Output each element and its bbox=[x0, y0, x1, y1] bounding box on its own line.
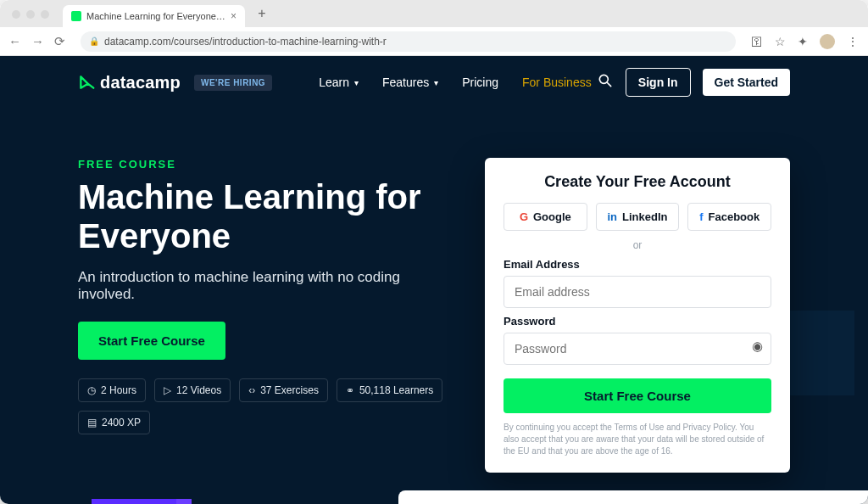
address-bar-row: ← → ⟳ 🔒 datacamp.com/courses/introductio… bbox=[0, 27, 868, 56]
stat-videos: ▷12 Videos bbox=[154, 378, 231, 402]
oauth-google-button[interactable]: GGoogle bbox=[504, 203, 587, 231]
stat-xp-value: 2400 XP bbox=[102, 417, 141, 428]
white-strip bbox=[398, 490, 868, 504]
oauth-google-label: Google bbox=[533, 210, 571, 223]
or-divider: or bbox=[504, 239, 771, 251]
legal-text: By continuing you accept the Terms of Us… bbox=[504, 422, 771, 457]
hero-left: FREE COURSE Machine Learning for Everyon… bbox=[78, 158, 451, 473]
nav-features-label: Features bbox=[382, 76, 429, 89]
nav-for-business[interactable]: For Business bbox=[522, 76, 592, 89]
decorative-square bbox=[787, 311, 854, 395]
url-text: datacamp.com/courses/introduction-to-mac… bbox=[104, 36, 387, 48]
code-icon: ‹› bbox=[248, 384, 255, 396]
course-stats: ◷2 Hours ▷12 Videos ‹›37 Exercises ⚭50,1… bbox=[78, 378, 451, 434]
sign-in-button[interactable]: Sign In bbox=[626, 68, 691, 97]
signup-card: Create Your Free Account GGoogle inLinke… bbox=[485, 158, 790, 473]
logo-mark-icon bbox=[78, 74, 95, 91]
oauth-linkedin-label: LinkedIn bbox=[622, 210, 667, 223]
browser-tab[interactable]: Machine Learning for Everyone… × bbox=[63, 5, 245, 27]
hiring-badge[interactable]: WE'RE HIRING bbox=[194, 75, 272, 91]
google-icon: G bbox=[520, 210, 528, 223]
stat-exercises: ‹›37 Exercises bbox=[239, 378, 328, 402]
course-subtitle: An introduction to machine learning with… bbox=[78, 269, 434, 303]
back-icon[interactable]: ← bbox=[8, 34, 21, 48]
oauth-linkedin-button[interactable]: inLinkedIn bbox=[596, 203, 680, 231]
nav-pricing-label: Pricing bbox=[462, 76, 498, 89]
bookmark-star-icon[interactable]: ☆ bbox=[775, 35, 786, 48]
password-label: Password bbox=[504, 315, 771, 328]
svg-point-0 bbox=[599, 75, 608, 83]
stat-hours: ◷2 Hours bbox=[78, 378, 146, 402]
progress-segment bbox=[92, 499, 176, 504]
svg-line-1 bbox=[607, 82, 610, 86]
course-tag: FREE COURSE bbox=[78, 158, 451, 171]
email-label: Email Address bbox=[504, 258, 771, 271]
chevron-down-icon: ▾ bbox=[354, 78, 359, 87]
stat-videos-value: 12 Videos bbox=[176, 384, 221, 396]
close-window-icon[interactable] bbox=[12, 10, 20, 19]
stat-exercises-value: 37 Exercises bbox=[260, 384, 319, 396]
oauth-facebook-button[interactable]: fFacebook bbox=[687, 203, 771, 231]
extensions-icon[interactable]: ✦ bbox=[798, 35, 808, 48]
course-title: Machine Learning for Everyone bbox=[78, 177, 451, 255]
favicon-icon bbox=[71, 11, 81, 21]
stat-learners-value: 50,118 Learners bbox=[359, 384, 433, 396]
nav-learn[interactable]: Learn▾ bbox=[319, 76, 359, 89]
signup-title: Create Your Free Account bbox=[504, 173, 771, 191]
stat-hours-value: 2 Hours bbox=[101, 384, 136, 396]
reload-icon[interactable]: ⟳ bbox=[54, 34, 65, 49]
facebook-icon: f bbox=[699, 210, 703, 223]
chevron-down-icon: ▾ bbox=[434, 78, 438, 87]
forward-icon[interactable]: → bbox=[31, 34, 44, 48]
key-icon[interactable]: ⚿ bbox=[751, 35, 763, 48]
clock-icon: ◷ bbox=[87, 384, 96, 396]
oauth-facebook-label: Facebook bbox=[709, 210, 760, 223]
start-free-course-button[interactable]: Start Free Course bbox=[78, 322, 225, 360]
maximize-window-icon[interactable] bbox=[41, 10, 49, 19]
search-icon[interactable] bbox=[597, 72, 614, 93]
tab-title: Machine Learning for Everyone… bbox=[86, 11, 225, 21]
stat-learners: ⚭50,118 Learners bbox=[337, 378, 442, 402]
kebab-menu-icon[interactable]: ⋮ bbox=[847, 35, 860, 48]
xp-icon: ▤ bbox=[87, 417, 97, 428]
get-started-button[interactable]: Get Started bbox=[703, 69, 790, 96]
browser-tab-strip: Machine Learning for Everyone… × + bbox=[0, 0, 868, 27]
site-header: datacamp WE'RE HIRING Learn▾ Features▾ P… bbox=[0, 56, 868, 109]
traffic-lights bbox=[12, 10, 49, 19]
people-icon: ⚭ bbox=[346, 384, 354, 396]
minimize-window-icon[interactable] bbox=[26, 10, 35, 19]
linkedin-icon: in bbox=[608, 210, 618, 223]
lock-icon: 🔒 bbox=[89, 36, 99, 46]
progress-segment-2 bbox=[176, 499, 192, 504]
brand-logo[interactable]: datacamp WE'RE HIRING bbox=[78, 73, 272, 92]
nav-pricing[interactable]: Pricing bbox=[462, 76, 498, 89]
main-nav: Learn▾ Features▾ Pricing For Business bbox=[319, 76, 592, 89]
toggle-password-visibility-icon[interactable]: ◉ bbox=[752, 339, 763, 354]
email-field[interactable] bbox=[504, 276, 771, 308]
brand-name: datacamp bbox=[100, 73, 181, 92]
new-tab-button[interactable]: + bbox=[252, 6, 272, 21]
nav-features[interactable]: Features▾ bbox=[382, 76, 438, 89]
password-field[interactable] bbox=[504, 333, 771, 365]
signup-submit-button[interactable]: Start Free Course bbox=[504, 378, 771, 413]
profile-avatar-icon[interactable] bbox=[820, 34, 835, 49]
nav-business-label: For Business bbox=[522, 76, 592, 89]
address-bar[interactable]: 🔒 datacamp.com/courses/introduction-to-m… bbox=[81, 31, 736, 52]
stat-xp: ▤2400 XP bbox=[78, 411, 150, 434]
page: datacamp WE'RE HIRING Learn▾ Features▾ P… bbox=[0, 56, 868, 504]
play-icon: ▷ bbox=[164, 384, 171, 396]
close-tab-icon[interactable]: × bbox=[231, 10, 236, 22]
nav-learn-label: Learn bbox=[319, 76, 349, 89]
